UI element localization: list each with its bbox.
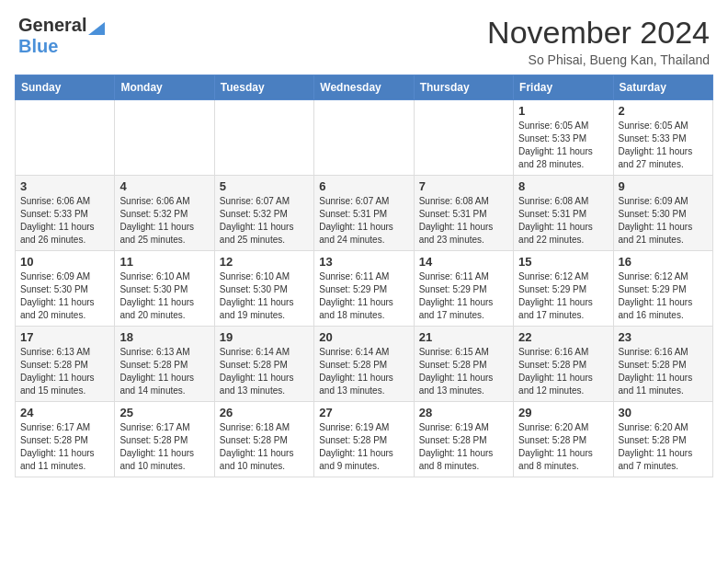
weekday-header: Sunday (16, 75, 115, 100)
calendar-row: 24Sunrise: 6:17 AMSunset: 5:28 PMDayligh… (16, 402, 713, 477)
calendar-cell: 13Sunrise: 6:11 AMSunset: 5:29 PMDayligh… (314, 251, 414, 327)
calendar-cell: 1Sunrise: 6:05 AMSunset: 5:33 PMDaylight… (514, 100, 613, 176)
calendar-cell: 4Sunrise: 6:06 AMSunset: 5:32 PMDaylight… (115, 176, 214, 251)
calendar-cell: 10Sunrise: 6:09 AMSunset: 5:30 PMDayligh… (16, 251, 115, 327)
calendar-cell: 20Sunrise: 6:14 AMSunset: 5:28 PMDayligh… (314, 327, 414, 402)
day-info: Sunrise: 6:17 AMSunset: 5:28 PMDaylight:… (20, 421, 109, 473)
calendar-cell: 22Sunrise: 6:16 AMSunset: 5:28 PMDayligh… (514, 327, 613, 402)
weekday-header: Monday (115, 75, 214, 100)
day-number: 13 (319, 255, 408, 269)
day-number: 30 (619, 406, 708, 419)
calendar-cell (115, 100, 214, 176)
logo-general: General (18, 15, 86, 36)
day-info: Sunrise: 6:16 AMSunset: 5:28 PMDaylight:… (619, 346, 708, 397)
calendar-cell (414, 100, 513, 176)
day-number: 15 (518, 255, 608, 269)
logo: General Blue (18, 15, 105, 57)
calendar-cell: 30Sunrise: 6:20 AMSunset: 5:28 PMDayligh… (613, 402, 712, 477)
calendar-cell: 8Sunrise: 6:08 AMSunset: 5:31 PMDaylight… (514, 176, 613, 251)
calendar-cell: 18Sunrise: 6:13 AMSunset: 5:28 PMDayligh… (115, 327, 214, 402)
calendar-cell: 23Sunrise: 6:16 AMSunset: 5:28 PMDayligh… (613, 327, 712, 402)
day-info: Sunrise: 6:08 AMSunset: 5:31 PMDaylight:… (419, 195, 508, 247)
day-number: 5 (220, 179, 309, 193)
calendar-cell: 28Sunrise: 6:19 AMSunset: 5:28 PMDayligh… (414, 402, 513, 477)
day-number: 23 (619, 330, 708, 344)
day-number: 17 (20, 330, 109, 344)
day-info: Sunrise: 6:06 AMSunset: 5:32 PMDaylight:… (119, 195, 209, 247)
day-info: Sunrise: 6:13 AMSunset: 5:28 PMDaylight:… (119, 346, 209, 397)
logo-icon (88, 17, 105, 35)
day-info: Sunrise: 6:11 AMSunset: 5:29 PMDaylight:… (419, 270, 508, 322)
calendar-cell: 17Sunrise: 6:13 AMSunset: 5:28 PMDayligh… (16, 327, 115, 402)
calendar-cell: 11Sunrise: 6:10 AMSunset: 5:30 PMDayligh… (115, 251, 214, 327)
calendar-cell: 25Sunrise: 6:17 AMSunset: 5:28 PMDayligh… (115, 402, 214, 477)
calendar-cell: 15Sunrise: 6:12 AMSunset: 5:29 PMDayligh… (514, 251, 613, 327)
day-info: Sunrise: 6:10 AMSunset: 5:30 PMDaylight:… (220, 270, 309, 322)
day-number: 1 (518, 104, 608, 118)
day-info: Sunrise: 6:17 AMSunset: 5:28 PMDaylight:… (119, 421, 209, 473)
day-info: Sunrise: 6:05 AMSunset: 5:33 PMDaylight:… (619, 120, 708, 171)
calendar-table: SundayMondayTuesdayWednesdayThursdayFrid… (15, 75, 713, 477)
day-number: 28 (419, 406, 508, 419)
day-number: 25 (119, 406, 209, 419)
day-info: Sunrise: 6:09 AMSunset: 5:30 PMDaylight:… (619, 195, 708, 247)
day-number: 7 (419, 179, 508, 193)
day-number: 3 (20, 179, 109, 193)
day-info: Sunrise: 6:07 AMSunset: 5:32 PMDaylight:… (220, 195, 309, 247)
calendar-cell: 6Sunrise: 6:07 AMSunset: 5:31 PMDaylight… (314, 176, 414, 251)
day-number: 20 (319, 330, 408, 344)
day-number: 6 (319, 179, 408, 193)
calendar-cell: 26Sunrise: 6:18 AMSunset: 5:28 PMDayligh… (214, 402, 313, 477)
calendar-cell (314, 100, 414, 176)
calendar-cell: 12Sunrise: 6:10 AMSunset: 5:30 PMDayligh… (214, 251, 313, 327)
calendar-row: 10Sunrise: 6:09 AMSunset: 5:30 PMDayligh… (16, 251, 713, 327)
month-title: November 2024 (487, 15, 710, 51)
day-info: Sunrise: 6:13 AMSunset: 5:28 PMDaylight:… (20, 346, 109, 397)
day-info: Sunrise: 6:12 AMSunset: 5:29 PMDaylight:… (619, 270, 708, 322)
calendar-cell: 7Sunrise: 6:08 AMSunset: 5:31 PMDaylight… (414, 176, 513, 251)
calendar-cell: 29Sunrise: 6:20 AMSunset: 5:28 PMDayligh… (514, 402, 613, 477)
day-info: Sunrise: 6:08 AMSunset: 5:31 PMDaylight:… (518, 195, 608, 247)
day-info: Sunrise: 6:20 AMSunset: 5:28 PMDaylight:… (619, 421, 708, 473)
day-info: Sunrise: 6:16 AMSunset: 5:28 PMDaylight:… (518, 346, 608, 397)
day-info: Sunrise: 6:10 AMSunset: 5:30 PMDaylight:… (119, 270, 209, 322)
day-info: Sunrise: 6:15 AMSunset: 5:28 PMDaylight:… (419, 346, 508, 397)
calendar-cell: 24Sunrise: 6:17 AMSunset: 5:28 PMDayligh… (16, 402, 115, 477)
logo-blue: Blue (18, 36, 58, 56)
calendar-cell (16, 100, 115, 176)
day-number: 24 (20, 406, 109, 419)
day-number: 18 (119, 330, 209, 344)
day-number: 27 (319, 406, 408, 419)
header-row: SundayMondayTuesdayWednesdayThursdayFrid… (16, 75, 713, 100)
day-info: Sunrise: 6:19 AMSunset: 5:28 PMDaylight:… (319, 421, 408, 473)
day-info: Sunrise: 6:14 AMSunset: 5:28 PMDaylight:… (220, 346, 309, 397)
day-number: 21 (419, 330, 508, 344)
day-number: 11 (119, 255, 209, 269)
calendar-cell: 5Sunrise: 6:07 AMSunset: 5:32 PMDaylight… (214, 176, 313, 251)
calendar-row: 3Sunrise: 6:06 AMSunset: 5:33 PMDaylight… (16, 176, 713, 251)
day-number: 22 (518, 330, 608, 344)
day-number: 4 (119, 179, 209, 193)
day-number: 12 (220, 255, 309, 269)
calendar-cell: 27Sunrise: 6:19 AMSunset: 5:28 PMDayligh… (314, 402, 414, 477)
weekday-header: Friday (514, 75, 613, 100)
calendar-cell: 9Sunrise: 6:09 AMSunset: 5:30 PMDaylight… (613, 176, 712, 251)
day-info: Sunrise: 6:19 AMSunset: 5:28 PMDaylight:… (419, 421, 508, 473)
svg-marker-0 (88, 22, 105, 35)
day-info: Sunrise: 6:07 AMSunset: 5:31 PMDaylight:… (319, 195, 408, 247)
day-number: 29 (518, 406, 608, 419)
page-header: General Blue November 2024 So Phisai, Bu… (0, 0, 728, 75)
day-number: 10 (20, 255, 109, 269)
day-number: 16 (619, 255, 708, 269)
weekday-header: Thursday (414, 75, 513, 100)
weekday-header: Tuesday (214, 75, 313, 100)
day-info: Sunrise: 6:06 AMSunset: 5:33 PMDaylight:… (20, 195, 109, 247)
day-info: Sunrise: 6:09 AMSunset: 5:30 PMDaylight:… (20, 270, 109, 322)
day-info: Sunrise: 6:11 AMSunset: 5:29 PMDaylight:… (319, 270, 408, 322)
calendar-wrapper: SundayMondayTuesdayWednesdayThursdayFrid… (0, 75, 728, 485)
calendar-cell: 14Sunrise: 6:11 AMSunset: 5:29 PMDayligh… (414, 251, 513, 327)
day-info: Sunrise: 6:05 AMSunset: 5:33 PMDaylight:… (518, 120, 608, 171)
title-section: November 2024 So Phisai, Bueng Kan, Thai… (487, 15, 710, 67)
calendar-row: 1Sunrise: 6:05 AMSunset: 5:33 PMDaylight… (16, 100, 713, 176)
calendar-cell: 3Sunrise: 6:06 AMSunset: 5:33 PMDaylight… (16, 176, 115, 251)
